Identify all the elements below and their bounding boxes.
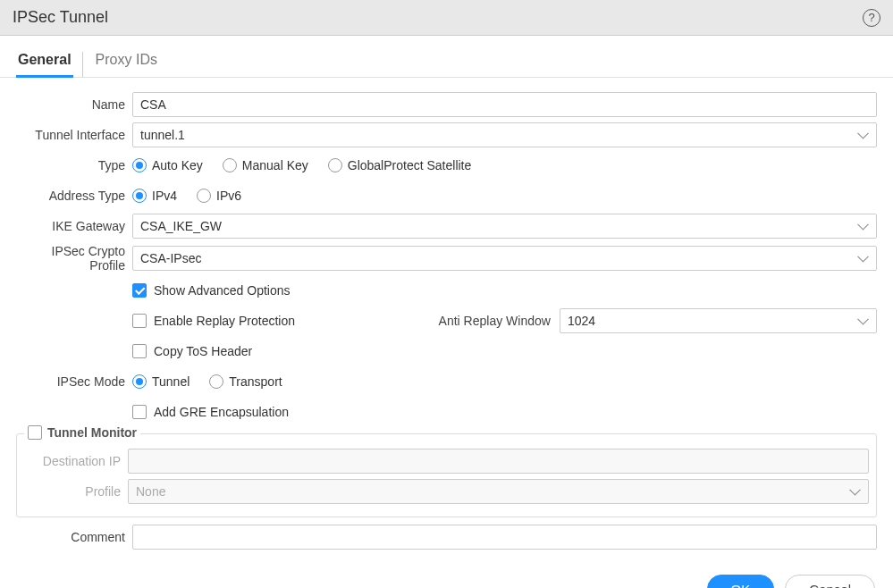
radio-icon xyxy=(209,374,223,389)
ok-button[interactable]: OK xyxy=(707,575,775,588)
cancel-button[interactable]: Cancel xyxy=(785,575,875,588)
type-radio-group: Auto Key Manual Key GlobalProtect Satell… xyxy=(132,158,877,172)
label-ipsec-crypto: IPSec Crypto Profile xyxy=(16,244,132,273)
profile-value: None xyxy=(136,484,165,499)
address-ipv4-radio[interactable]: IPv4 xyxy=(132,189,177,203)
checkbox-icon xyxy=(132,314,147,328)
ipsec-mode-radio-group: Tunnel Transport xyxy=(132,374,877,389)
radio-icon xyxy=(197,189,211,203)
tabs: General Proxy IDs xyxy=(0,36,893,78)
radio-icon xyxy=(132,374,147,389)
label-tunnel-interface: Tunnel Interface xyxy=(16,128,132,142)
show-advanced-checkbox[interactable]: Show Advanced Options xyxy=(132,283,877,298)
comment-input[interactable] xyxy=(132,525,877,550)
help-icon[interactable]: ? xyxy=(863,9,880,27)
type-globalprotect-radio[interactable]: GlobalProtect Satellite xyxy=(328,158,472,172)
mode-tunnel-radio[interactable]: Tunnel xyxy=(132,374,190,389)
checkbox-icon xyxy=(132,283,147,298)
tunnel-monitor-checkbox[interactable] xyxy=(28,425,42,440)
dialog-footer: OK Cancel xyxy=(0,560,893,588)
address-type-radio-group: IPv4 IPv6 xyxy=(132,189,877,203)
ike-gateway-select[interactable]: CSA_IKE_GW xyxy=(132,214,877,239)
tunnel-interface-value: tunnel.1 xyxy=(140,128,185,142)
copy-tos-checkbox[interactable]: Copy ToS Header xyxy=(132,344,877,358)
type-auto-key-radio[interactable]: Auto Key xyxy=(132,158,203,172)
anti-replay-select[interactable]: 1024 xyxy=(560,308,877,333)
tunnel-monitor-fieldset: Tunnel Monitor Destination IP Profile No… xyxy=(16,433,877,517)
enable-replay-checkbox[interactable]: Enable Replay Protection xyxy=(132,314,295,328)
mode-transport-radio[interactable]: Transport xyxy=(209,374,282,389)
profile-select: None xyxy=(128,479,869,504)
label-ike-gateway: IKE Gateway xyxy=(16,219,132,233)
titlebar: IPSec Tunnel ? xyxy=(0,0,893,36)
tab-proxy-ids[interactable]: Proxy IDs xyxy=(82,52,168,77)
anti-replay-value: 1024 xyxy=(568,314,595,328)
dialog-title: IPSec Tunnel xyxy=(13,8,108,27)
label-type: Type xyxy=(16,158,132,172)
label-comment: Comment xyxy=(16,530,132,544)
radio-icon xyxy=(132,158,147,172)
radio-icon xyxy=(328,158,342,172)
form-general: Name Tunnel Interface tunnel.1 Type Auto… xyxy=(0,78,893,560)
label-anti-replay: Anti Replay Window xyxy=(439,314,560,328)
ipsec-crypto-value: CSA-IPsec xyxy=(140,251,201,265)
add-gre-checkbox[interactable]: Add GRE Encapsulation xyxy=(132,405,877,419)
ipsec-tunnel-dialog: IPSec Tunnel ? General Proxy IDs Name Tu… xyxy=(0,0,893,588)
radio-icon xyxy=(223,158,237,172)
tab-general[interactable]: General xyxy=(16,52,82,77)
label-address-type: Address Type xyxy=(16,189,132,203)
checkbox-icon xyxy=(132,405,147,419)
label-destination-ip: Destination IP xyxy=(24,454,128,468)
label-profile: Profile xyxy=(24,484,128,499)
ipsec-crypto-select[interactable]: CSA-IPsec xyxy=(132,246,877,271)
tunnel-monitor-legend: Tunnel Monitor xyxy=(24,425,140,440)
type-manual-key-radio[interactable]: Manual Key xyxy=(223,158,308,172)
label-name: Name xyxy=(16,97,132,112)
checkbox-icon xyxy=(132,344,147,358)
destination-ip-input xyxy=(128,449,869,474)
label-ipsec-mode: IPSec Mode xyxy=(16,374,132,389)
radio-icon xyxy=(132,189,147,203)
tunnel-interface-select[interactable]: tunnel.1 xyxy=(132,122,877,147)
ike-gateway-value: CSA_IKE_GW xyxy=(140,219,222,233)
checkbox-icon xyxy=(28,425,42,440)
tunnel-monitor-label: Tunnel Monitor xyxy=(47,425,137,440)
name-input[interactable] xyxy=(132,92,877,117)
address-ipv6-radio[interactable]: IPv6 xyxy=(197,189,241,203)
